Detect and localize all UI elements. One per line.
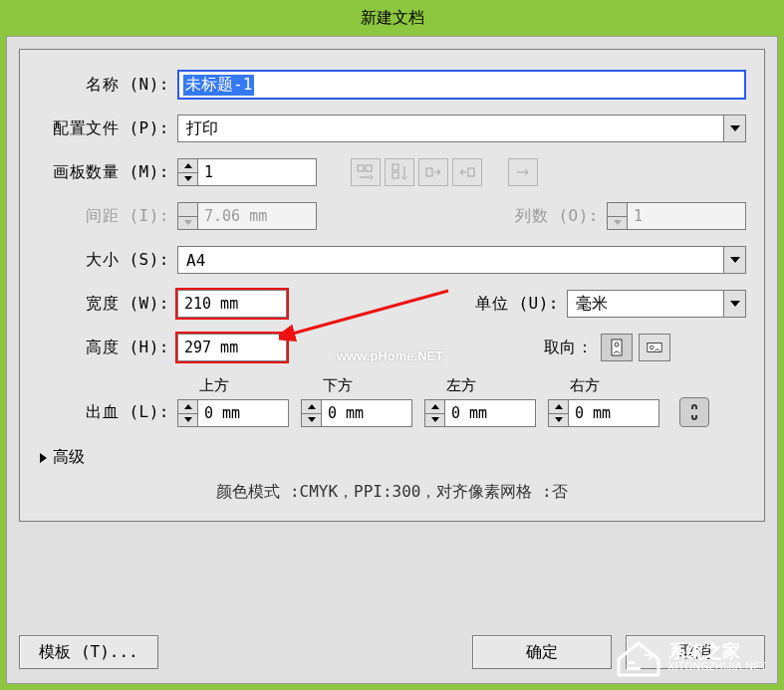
bleed-right-label: 右方: [548, 376, 659, 395]
settings-panel: 名称 (N): 未标题-1 配置文件 (P): 打印 画板数量 (M):: [19, 49, 765, 522]
mode-summary: 颜色模式 :CMYK，PPI:300，对齐像素网格 :否: [38, 478, 746, 507]
svg-rect-0: [358, 165, 364, 171]
ok-button[interactable]: 确定: [472, 635, 612, 669]
svg-rect-4: [426, 168, 432, 176]
bleed-left-spinner[interactable]: [424, 399, 536, 427]
up-icon[interactable]: [549, 400, 568, 414]
bleed-bottom-input[interactable]: [321, 399, 412, 427]
advanced-label: 高级: [53, 447, 85, 468]
svg-rect-2: [392, 164, 398, 170]
arrange-row-left-icon: [452, 158, 482, 186]
columns-down-icon: [608, 217, 627, 230]
name-label: 名称 (N):: [38, 75, 177, 96]
size-label: 大小 (S):: [38, 250, 177, 271]
spacing-down-icon: [178, 217, 197, 230]
width-label: 宽度 (W):: [38, 294, 177, 315]
size-value: A4: [178, 251, 723, 270]
dialog-title: 新建文档: [0, 0, 784, 36]
bleed-top-spinner[interactable]: [177, 399, 289, 427]
height-label: 高度 (H):: [38, 338, 177, 358]
svg-rect-1: [366, 165, 372, 171]
bleed-right-input[interactable]: [568, 399, 659, 427]
width-input[interactable]: [177, 290, 287, 318]
advanced-disclosure[interactable]: 高级: [38, 441, 746, 478]
down-icon[interactable]: [549, 414, 568, 427]
dialog-button-row: 模板 (T)... 确定 取消: [19, 635, 765, 669]
svg-rect-6: [612, 340, 622, 355]
svg-rect-5: [468, 168, 474, 176]
bleed-left-input[interactable]: [444, 399, 536, 427]
chevron-down-icon: [723, 115, 745, 141]
up-icon[interactable]: [425, 400, 444, 414]
orientation-label: 取向：: [521, 338, 601, 358]
unit-dropdown[interactable]: 毫米: [567, 290, 746, 318]
up-icon[interactable]: [178, 400, 197, 414]
profile-label: 配置文件 (P):: [38, 118, 177, 139]
artboards-label: 画板数量 (M):: [38, 162, 177, 183]
artboards-up-icon[interactable]: [178, 159, 197, 173]
arrange-row-right-icon: [418, 158, 448, 186]
spacing-label: 间距 (I):: [38, 206, 177, 227]
dialog-body: 名称 (N): 未标题-1 配置文件 (P): 打印 画板数量 (M):: [6, 36, 778, 684]
up-icon[interactable]: [302, 400, 321, 414]
chevron-down-icon: [723, 247, 745, 273]
down-icon[interactable]: [425, 414, 444, 427]
bleed-left-label: 左方: [424, 376, 536, 395]
orientation-landscape-button[interactable]: [639, 334, 670, 361]
cancel-button[interactable]: 取消: [626, 635, 765, 669]
spacing-input: [197, 202, 317, 230]
template-button[interactable]: 模板 (T)...: [19, 635, 158, 669]
arrange-grid-row-icon: [351, 158, 381, 186]
columns-label: 列数 (O):: [497, 206, 607, 227]
new-document-dialog: 新建文档 名称 (N): 未标题-1 配置文件 (P): 打印 画板数量 (M): [0, 0, 784, 690]
name-input-value: 未标题-1: [183, 75, 254, 96]
bleed-right-spinner[interactable]: [548, 399, 659, 427]
bleed-bottom-spinner[interactable]: [301, 399, 412, 427]
profile-value: 打印: [178, 118, 723, 139]
artboards-spinner[interactable]: [177, 158, 317, 186]
name-input[interactable]: 未标题-1: [177, 70, 746, 100]
bleed-bottom-label: 下方: [301, 376, 412, 395]
bleed-grid: 上方 下方 左方: [177, 376, 709, 427]
link-bleed-button[interactable]: [679, 397, 709, 427]
unit-label: 单位 (U):: [457, 294, 567, 315]
orientation-portrait-button[interactable]: [601, 334, 633, 361]
chevron-down-icon: [723, 291, 745, 317]
height-input[interactable]: [177, 334, 287, 361]
down-icon[interactable]: [302, 414, 321, 427]
profile-dropdown[interactable]: 打印: [177, 115, 746, 142]
down-icon[interactable]: [178, 414, 197, 427]
columns-up-icon: [608, 203, 627, 217]
artboards-input[interactable]: [197, 158, 317, 186]
size-dropdown[interactable]: A4: [177, 246, 746, 274]
bleed-label: 出血 (L):: [38, 402, 177, 427]
spacing-spinner: [177, 202, 317, 230]
columns-input: [627, 202, 746, 230]
spacing-up-icon: [178, 203, 197, 217]
bleed-top-input[interactable]: [197, 399, 289, 427]
columns-spinner: [607, 202, 746, 230]
bleed-top-label: 上方: [177, 376, 289, 395]
svg-rect-3: [392, 172, 398, 178]
arrange-grid-col-icon: [385, 158, 414, 186]
unit-value: 毫米: [568, 294, 723, 315]
arrange-single-right-icon: [508, 158, 538, 186]
artboards-down-icon[interactable]: [178, 173, 197, 186]
